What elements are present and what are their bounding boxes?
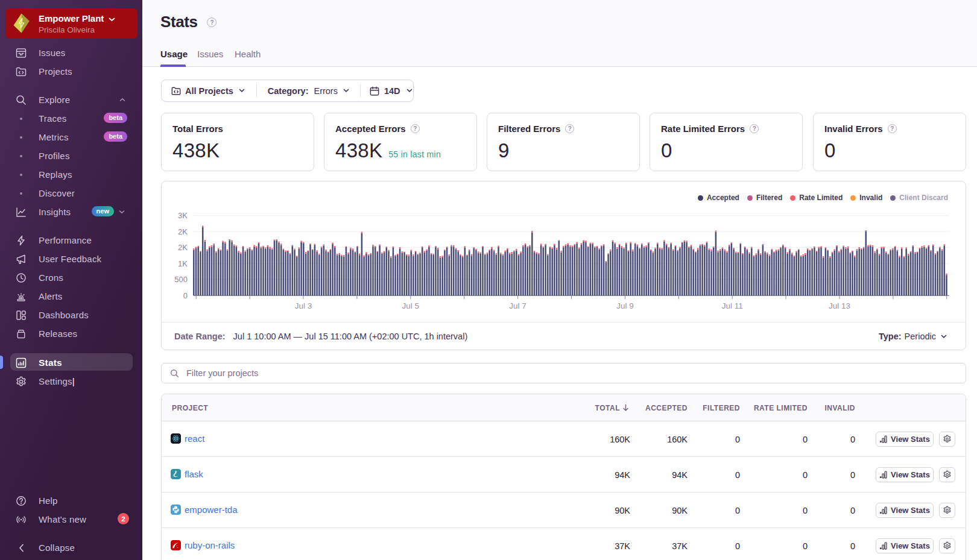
svg-text:Jul 11: Jul 11 — [722, 301, 743, 310]
svg-text:3K: 3K — [178, 211, 188, 220]
svg-text:2K: 2K — [178, 227, 188, 236]
svg-text:2K: 2K — [178, 243, 188, 252]
svg-text:0: 0 — [183, 291, 188, 300]
svg-text:Jul 13: Jul 13 — [829, 301, 850, 310]
svg-text:500: 500 — [174, 275, 188, 284]
svg-text:Jul 5: Jul 5 — [402, 301, 420, 310]
svg-text:1K: 1K — [178, 259, 188, 268]
svg-text:Jul 3: Jul 3 — [295, 301, 312, 310]
svg-text:Jul 7: Jul 7 — [509, 301, 526, 310]
svg-text:Jul 9: Jul 9 — [616, 301, 634, 310]
